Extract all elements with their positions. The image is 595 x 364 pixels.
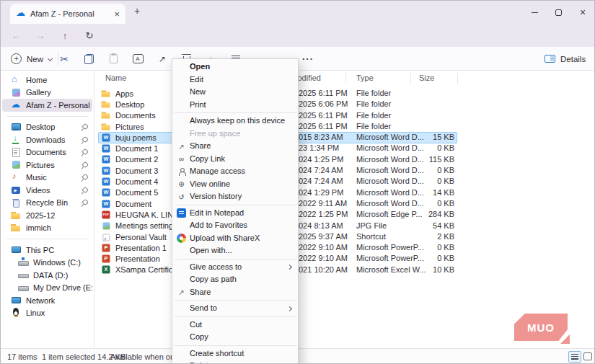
menu-item-open-with[interactable]: Open with... <box>172 244 298 257</box>
menu-item-always-keep-on-this-device[interactable]: Always keep on this device <box>172 115 298 128</box>
menu-item-version-history[interactable]: Version history <box>172 190 298 203</box>
sidebar-item-data-d[interactable]: DATA (D:) <box>2 269 92 282</box>
file-row-xsampa-certification[interactable]: XSampa Certification021 10:20 AMMicrosof… <box>95 265 595 275</box>
menu-item-view-online[interactable]: View online <box>172 178 298 191</box>
menu-separator <box>174 316 296 317</box>
sidebar-item-pictures[interactable]: Pictures <box>2 159 92 172</box>
sidebar-item-music[interactable]: Music <box>2 172 92 185</box>
menu-item-manage-access[interactable]: Manage access <box>172 165 298 178</box>
menu-item-new[interactable]: New <box>172 86 298 99</box>
details-pane-button[interactable]: Details <box>545 50 586 67</box>
rename-button[interactable]: A <box>129 50 146 67</box>
sidebar-item-documents[interactable]: Documents <box>2 146 92 159</box>
column-header-type[interactable]: Type <box>356 74 374 82</box>
sidebar-item-network[interactable]: Network <box>2 294 92 307</box>
tab-close-icon[interactable]: × <box>114 9 120 19</box>
sidebar-item-label: Gallery <box>26 88 51 97</box>
file-row-apps[interactable]: Apps2025 6:11 PMFile folder <box>95 88 595 99</box>
file-row-document-5[interactable]: Document 5024 1:29 PMMicrosoft Word D...… <box>95 187 595 198</box>
sidebar-item-this-pc[interactable]: This PC <box>2 244 92 257</box>
forward-button[interactable]: → <box>31 27 50 44</box>
sidebar-item-windows-c[interactable]: Windows (C:) <box>2 257 92 270</box>
file-row-heugna-k-linda[interactable]: HEUGNA K. LINDA2022 1:25 PMMicrosoft Edg… <box>95 209 595 220</box>
file-row-presentation[interactable]: Presentation2022 9:10 AMMicrosoft PowerP… <box>95 253 595 264</box>
share-button[interactable]: ↗ <box>154 50 171 67</box>
menu-item-open[interactable]: Open <box>172 61 298 74</box>
menu-item-label: Version history <box>190 192 242 200</box>
column-divider[interactable] <box>410 73 411 84</box>
menu-item-edit-in-notepad[interactable]: Edit in Notepad <box>172 207 298 220</box>
menu-item-label: Share <box>190 141 211 150</box>
sidebar-item-gallery[interactable]: Gallery <box>2 86 92 99</box>
sidebar-item-linux[interactable]: Linux <box>2 307 92 320</box>
menu-item-add-to-favorites[interactable]: Add to Favorites <box>172 219 298 232</box>
new-tab-button[interactable]: + <box>134 5 140 17</box>
file-row-presentation-1[interactable]: Presentation 12022 9:10 AMMicrosoft Powe… <box>95 242 595 253</box>
file-row-document-4[interactable]: Document 4024 7:24 AMMicrosoft Word D...… <box>95 176 595 187</box>
menu-item-delete[interactable]: Delete <box>172 360 298 364</box>
excel-icon <box>102 265 111 275</box>
sidebar-item-immich[interactable]: immich <box>2 222 92 235</box>
menu-item-copy[interactable]: Copy <box>172 331 298 344</box>
minimize-button[interactable] <box>522 1 547 24</box>
file-type: File folder <box>356 121 391 132</box>
maximize-button[interactable] <box>546 1 570 24</box>
file-row-documents[interactable]: Documents2025 6:11 PMFile folder <box>95 110 595 121</box>
sidebar-item-label: DATA (D:) <box>33 271 68 280</box>
file-name: Document 1 <box>115 144 158 153</box>
copy-button[interactable] <box>80 50 97 67</box>
file-row-meetings-settings-o[interactable]: Meetings settings o024 8:13 AMJPG File54… <box>95 221 595 231</box>
file-row-buju-poems[interactable]: buju poems015 8:23 AMMicrosoft Word D...… <box>95 132 595 143</box>
column-header-size[interactable]: Size <box>419 74 434 82</box>
menu-item-edit[interactable]: Edit <box>172 74 298 86</box>
file-type: Shortcut <box>356 231 386 242</box>
details-view-toggle[interactable] <box>568 351 581 363</box>
sidebar-item-desktop[interactable]: Desktop <box>2 121 92 134</box>
file-row-document-2[interactable]: Document 2024 1:25 PMMicrosoft Word D...… <box>95 154 595 165</box>
file-row-desktop[interactable]: Desktop2025 6:06 PMFile folder <box>95 99 595 110</box>
clipboard-icon <box>110 54 118 63</box>
file-list: Name Date modified Type Size Apps2025 6:… <box>95 71 595 348</box>
new-button[interactable]: + New <box>6 50 56 68</box>
pin-icon <box>80 161 87 169</box>
column-divider[interactable] <box>345 73 346 84</box>
sidebar-item-afam-z-personal[interactable]: Afam Z - Personal <box>2 99 92 112</box>
sidebar-item-downloads[interactable]: Downloads <box>2 133 92 146</box>
file-row-pictures[interactable]: Pictures2025 6:11 PMFile folder <box>95 121 595 132</box>
file-name: Document <box>115 200 151 208</box>
chevron-down-icon <box>48 56 53 61</box>
close-button[interactable]: × <box>570 1 595 24</box>
sidebar-item-my-dev-drive-e[interactable]: My Dev Drive (E:) <box>2 282 92 295</box>
menu-item-give-access-to[interactable]: Give access to <box>172 261 298 274</box>
menu-item-send-to[interactable]: Send to <box>172 302 298 315</box>
menu-item-print[interactable]: Print <box>172 99 298 112</box>
column-header-name[interactable]: Name <box>105 74 126 82</box>
sidebar-item-label: Videos <box>26 186 50 195</box>
menu-item-share[interactable]: Share <box>172 140 298 153</box>
file-row-document-3[interactable]: Document 3024 7:24 AMMicrosoft Word D...… <box>95 165 595 176</box>
file-row-document[interactable]: Document2022 9:11 AMMicrosoft Word D...0… <box>95 198 595 209</box>
up-button[interactable]: ↑ <box>56 27 74 44</box>
menu-item-copy-link[interactable]: Copy Link <box>172 153 298 166</box>
file-row-personal-vault[interactable]: Personal Vault2025 9:37 AMShortcut2 KB <box>95 231 595 242</box>
paste-button[interactable] <box>105 50 122 67</box>
menu-item-copy-as-path[interactable]: Copy as path <box>172 273 298 286</box>
sidebar-item-home[interactable]: Home <box>2 74 92 86</box>
desktop-icon <box>11 122 21 132</box>
sidebar-item-recycle-bin[interactable]: Recycle Bin <box>2 197 92 210</box>
menu-item-create-shortcut[interactable]: Create shortcut <box>172 347 298 360</box>
menu-item-upload-with-sharex[interactable]: Upload with ShareX <box>172 232 298 245</box>
img-icon <box>102 221 111 231</box>
refresh-button[interactable]: ↻ <box>80 27 99 44</box>
column-divider[interactable] <box>457 73 458 84</box>
sidebar-item-2025-12[interactable]: 2025-12 <box>2 209 92 222</box>
file-row-document-1[interactable]: Document 123 1:34 PMMicrosoft Word D...0… <box>95 143 595 154</box>
thumbnail-view-toggle[interactable] <box>583 352 592 360</box>
menu-item-cut[interactable]: Cut <box>172 319 298 332</box>
menu-item-share[interactable]: Share <box>172 286 298 299</box>
back-button[interactable]: ← <box>6 27 25 44</box>
explorer-tab[interactable]: Afam Z - Personal × <box>10 4 125 24</box>
sidebar-item-videos[interactable]: Videos <box>2 184 92 197</box>
cut-button[interactable]: ✂ <box>56 50 73 67</box>
more-options-button[interactable]: ··· <box>299 50 317 67</box>
